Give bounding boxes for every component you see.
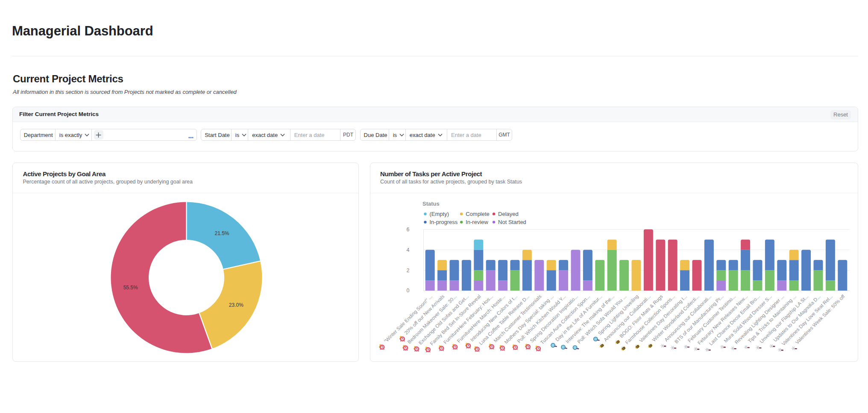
svg-text:0: 0 bbox=[406, 288, 409, 294]
svg-text:Status: Status bbox=[422, 201, 440, 207]
svg-text:Delayed: Delayed bbox=[498, 211, 519, 217]
svg-text:4: 4 bbox=[406, 247, 409, 253]
svg-text:6: 6 bbox=[406, 227, 409, 233]
svg-text:21.5%: 21.5% bbox=[214, 230, 229, 236]
svg-text:Complete: Complete bbox=[466, 211, 490, 217]
svg-text:In-review: In-review bbox=[466, 219, 488, 225]
svg-text:2: 2 bbox=[406, 268, 409, 273]
svg-text:In-progress: In-progress bbox=[429, 219, 457, 225]
svg-text:23.0%: 23.0% bbox=[229, 302, 243, 308]
svg-text:55.5%: 55.5% bbox=[123, 285, 138, 291]
svg-text:Not Started: Not Started bbox=[498, 219, 526, 225]
svg-text:(Empty): (Empty) bbox=[429, 211, 449, 217]
